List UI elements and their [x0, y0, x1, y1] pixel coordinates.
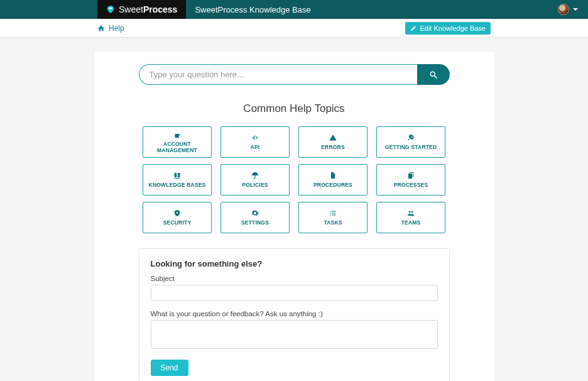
common-topics-heading: Common Help Topics — [139, 102, 450, 115]
topic-card-policies[interactable]: POLICIES — [220, 164, 290, 196]
user-menu[interactable] — [548, 0, 588, 19]
search-input[interactable] — [139, 64, 417, 85]
breadcrumb[interactable]: Help — [97, 24, 124, 33]
subject-input[interactable] — [151, 285, 438, 301]
edit-knowledge-base-label: Edit Knowledge Base — [420, 25, 486, 32]
book-icon — [173, 172, 182, 179]
topic-card-account-management[interactable]: ACCOUNT MANAGEMENT — [143, 126, 212, 158]
coffee-icon — [173, 131, 182, 138]
topic-grid: ACCOUNT MANAGEMENTAPIERRORSGETTING START… — [139, 126, 450, 233]
svg-line-2 — [434, 75, 437, 78]
topic-label: SECURITY — [163, 219, 192, 226]
topic-card-teams[interactable]: TEAMS — [376, 202, 445, 233]
topic-label: API — [251, 144, 260, 150]
users-icon — [406, 209, 415, 217]
rocket-icon — [406, 134, 415, 141]
top-navbar: SweetProcess SweetProcess Knowledge Base — [0, 0, 588, 19]
topic-label: TASKS — [324, 219, 342, 226]
code-icon — [251, 134, 259, 141]
page-title: SweetProcess Knowledge Base — [186, 0, 310, 19]
brand-text-process: Process — [143, 4, 177, 14]
topic-label: POLICIES — [242, 182, 268, 188]
contact-panel: Looking for something else? Subject What… — [139, 248, 450, 381]
edit-knowledge-base-button[interactable]: Edit Knowledge Base — [405, 22, 491, 35]
topic-label: PROCEDURES — [313, 182, 352, 188]
send-button[interactable]: Send — [151, 360, 188, 376]
body-textarea[interactable] — [151, 320, 438, 349]
topic-card-security[interactable]: SECURITY — [143, 202, 212, 233]
sweetprocess-logo-icon — [106, 6, 115, 13]
topic-label: KNOWLEDGE BASES — [149, 182, 206, 188]
brand-text-sweet: Sweet — [119, 4, 143, 14]
svg-point-3 — [177, 212, 178, 213]
topic-label: ACCOUNT MANAGEMENT — [144, 141, 210, 153]
topic-label: PROCESSES — [394, 182, 428, 188]
main-card: Common Help Topics ACCOUNT MANAGEMENTAPI… — [95, 52, 494, 381]
shield-icon — [173, 209, 182, 217]
file-icon — [329, 172, 337, 179]
brand-logo[interactable]: SweetProcess — [97, 0, 186, 19]
avatar — [558, 4, 569, 15]
search-button[interactable] — [417, 64, 450, 85]
topic-card-tasks[interactable]: TASKS — [298, 202, 368, 233]
topic-label: GETTING STARTED — [385, 144, 437, 150]
chevron-down-icon — [573, 8, 578, 11]
svg-point-0 — [109, 8, 112, 10]
umbrella-icon — [251, 172, 259, 179]
body-label: What is your question or feedback? Ask u… — [151, 310, 438, 318]
topic-card-knowledge-bases[interactable]: KNOWLEDGE BASES — [143, 164, 212, 196]
topic-card-processes[interactable]: PROCESSES — [376, 164, 445, 196]
breadcrumb-bar: Help Edit Knowledge Base — [0, 19, 588, 38]
subject-label: Subject — [151, 275, 438, 282]
breadcrumb-help: Help — [109, 24, 124, 33]
search-row — [139, 64, 450, 85]
contact-heading: Looking for something else? — [151, 259, 438, 268]
topic-card-errors[interactable]: ERRORS — [298, 126, 368, 158]
topic-label: ERRORS — [321, 144, 345, 150]
topic-card-api[interactable]: API — [220, 126, 290, 158]
search-icon — [429, 70, 438, 79]
topic-label: TEAMS — [401, 219, 421, 226]
home-icon — [97, 25, 105, 32]
warning-icon — [329, 134, 337, 141]
pencil-icon — [410, 25, 416, 31]
topic-card-settings[interactable]: SETTINGS — [220, 202, 290, 233]
topic-card-procedures[interactable]: PROCEDURES — [298, 164, 368, 196]
gear-icon — [251, 209, 259, 217]
tasks-icon — [329, 209, 337, 217]
copy-icon — [406, 172, 415, 179]
topic-card-getting-started[interactable]: GETTING STARTED — [376, 126, 445, 158]
topic-label: SETTINGS — [241, 219, 269, 226]
